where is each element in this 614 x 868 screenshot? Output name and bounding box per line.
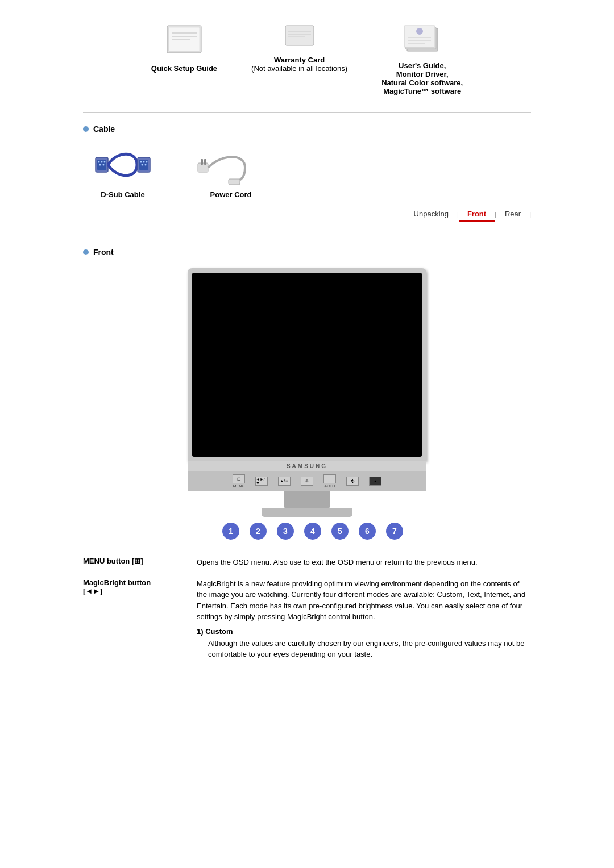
descriptions: MENU button [⊞] Opens the OSD menu. Also… xyxy=(83,557,531,660)
desc-magicbright: MagicBright button [◄►] MagicBright is a… xyxy=(83,578,531,660)
auto-button-unit: AUTO xyxy=(323,474,336,488)
front-section-title: Front xyxy=(93,248,114,257)
menu-button-unit: ⊞ MENU xyxy=(233,474,245,488)
desc-custom-sub: 1) Custom xyxy=(197,627,531,636)
svg-rect-32 xyxy=(204,159,206,165)
auto-label: AUTO xyxy=(324,484,335,488)
cable-section-header: Cable xyxy=(83,124,531,133)
users-guide-label: User's Guide,Monitor Driver,Natural Colo… xyxy=(381,61,463,95)
svg-point-12 xyxy=(416,28,423,35)
monitor-base xyxy=(262,508,352,517)
warranty-card-label: Warranty Card (Not available in all loca… xyxy=(251,56,347,73)
tab-front[interactable]: Front xyxy=(459,207,495,222)
nav-tabs: Unpacking | Front | Rear | xyxy=(83,199,531,224)
led-icon: ● xyxy=(369,477,381,486)
menu-icon: ⊞ xyxy=(233,474,245,483)
desc-custom-subtext: Although the values are carefully chosen… xyxy=(208,638,531,660)
monitor-brand: SAMSUNG xyxy=(188,461,426,471)
desc-magicbright-term: MagicBright button [◄►] xyxy=(83,578,185,660)
button-row: ⊞ MENU ◄►/▼ ▲/☼ ⊕ xyxy=(188,471,426,491)
svg-point-18 xyxy=(98,161,100,163)
desc-magicbright-content: MagicBright is a new feature providing o… xyxy=(197,578,531,660)
quick-setup-guide-image xyxy=(161,23,207,59)
up-button-unit: ▲/☼ xyxy=(278,477,291,486)
desc-menu-def: Opens the OSD menu. Also use to exit the… xyxy=(197,557,531,568)
badge-1: 1 xyxy=(222,523,239,540)
svg-rect-31 xyxy=(201,159,203,165)
badge-2: 2 xyxy=(250,523,267,540)
front-section: Front SAMSUNG ⊞ MENU ◄►/▼ xyxy=(83,236,531,682)
tab-rear[interactable]: Rear xyxy=(496,207,529,222)
svg-rect-1 xyxy=(169,27,200,51)
svg-rect-5 xyxy=(285,26,314,45)
svg-rect-30 xyxy=(198,163,208,172)
users-guide-image xyxy=(403,23,442,56)
up-icon: ▲/☼ xyxy=(278,477,291,486)
tab-unpacking[interactable]: Unpacking xyxy=(405,207,457,222)
menu-label: MENU xyxy=(233,484,245,488)
cable-section: Cable xyxy=(83,113,531,236)
select-button-unit: ⊕ xyxy=(301,477,313,486)
front-section-dot xyxy=(83,249,89,255)
monitor-stand xyxy=(284,491,330,508)
magicbright-icon: ◄►/▼ xyxy=(255,477,268,486)
badge-5: 5 xyxy=(331,523,349,540)
select-icon: ⊕ xyxy=(301,477,313,486)
cable-section-title: Cable xyxy=(93,124,115,133)
cables-row: D-Sub Cable Power Cord xyxy=(83,145,531,199)
badge-6: 6 xyxy=(359,523,376,540)
led-unit: ● xyxy=(369,477,381,486)
quick-setup-guide-label: Quick Setup Guide xyxy=(151,64,217,73)
badge-7: 7 xyxy=(386,523,403,540)
svg-point-25 xyxy=(140,161,142,163)
badge-4: 4 xyxy=(304,523,321,540)
desc-magicbright-def: MagicBright is a new feature providing o… xyxy=(197,578,531,623)
svg-point-26 xyxy=(143,161,145,163)
svg-rect-33 xyxy=(229,179,240,185)
cable-section-dot xyxy=(83,126,89,132)
accessories-section: Quick Setup Guide Warranty Card (Not ava… xyxy=(83,11,531,113)
auto-icon xyxy=(323,474,336,483)
svg-point-27 xyxy=(146,161,148,163)
svg-point-29 xyxy=(145,164,147,166)
warranty-card-image xyxy=(283,23,317,50)
badge-3: 3 xyxy=(277,523,294,540)
desc-menu: MENU button [⊞] Opens the OSD menu. Also… xyxy=(83,557,531,568)
users-guide-item: User's Guide,Monitor Driver,Natural Colo… xyxy=(381,23,463,95)
quick-setup-guide-item: Quick Setup Guide xyxy=(151,23,217,73)
magicbright-button-unit: ◄►/▼ xyxy=(255,477,268,486)
svg-point-21 xyxy=(99,164,101,166)
power-cord-label: Power Cord xyxy=(210,190,252,199)
svg-point-22 xyxy=(103,164,105,166)
svg-point-28 xyxy=(142,164,143,166)
dsub-cable-label: D-Sub Cable xyxy=(101,190,144,199)
front-section-header: Front xyxy=(83,248,531,257)
power-icon: ⏻ xyxy=(346,477,359,486)
power-cord-item: Power Cord xyxy=(197,151,265,199)
monitor-frame xyxy=(188,268,426,461)
dsub-cable-item: D-Sub Cable xyxy=(94,145,151,199)
monitor-screen xyxy=(192,273,422,457)
svg-point-20 xyxy=(104,161,106,163)
monitor-wrapper: SAMSUNG ⊞ MENU ◄►/▼ ▲/☼ xyxy=(188,268,426,545)
monitor-container: SAMSUNG ⊞ MENU ◄►/▼ ▲/☼ xyxy=(83,268,531,545)
desc-menu-term: MENU button [⊞] xyxy=(83,557,185,568)
number-badges: 1 2 3 4 5 6 7 xyxy=(188,523,426,540)
warranty-card-item: Warranty Card (Not available in all loca… xyxy=(251,23,347,73)
svg-point-19 xyxy=(101,161,103,163)
power-button-unit: ⏻ xyxy=(346,477,359,486)
